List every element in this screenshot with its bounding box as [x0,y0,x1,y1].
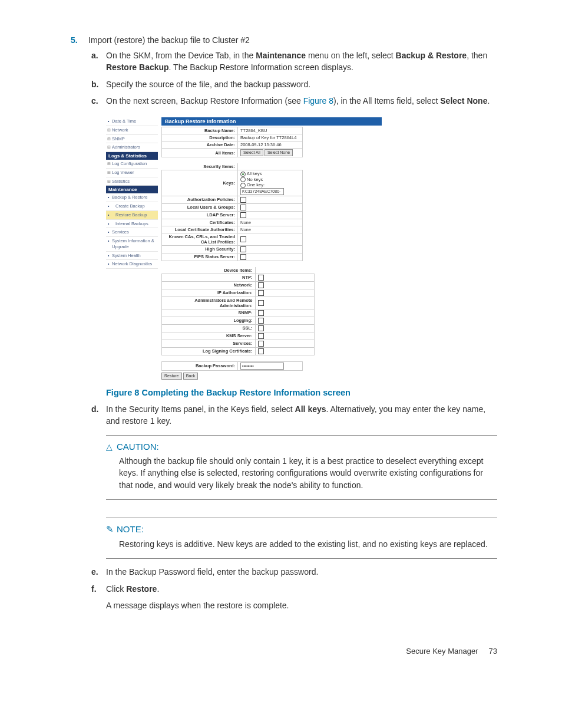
panel-title: Backup Restore Information [161,117,382,126]
restore-button[interactable]: Restore [161,373,182,380]
step-5e: e. In the Backup Password field, enter t… [106,566,497,578]
figure-8-caption: Figure 8 Completing the Backup Restore I… [106,388,497,397]
page-footer: Secure Key Manager 73 [65,647,497,655]
figure-8-link[interactable]: Figure 8 [303,96,333,106]
security-items-table: Security Items: Keys: All keys No keys O… [161,163,303,261]
caution-heading: △CAUTION: [106,442,497,452]
keys-all-radio[interactable] [240,172,246,177]
step-5: Import (restore) the backup file to Clus… [88,35,497,611]
step-5f: f. Click Restore. A message displays whe… [106,583,497,612]
note-heading: ✎NOTE: [106,524,497,535]
note-body: Restoring keys is additive. New keys are… [119,538,497,550]
step-5-text: Import (restore) the backup file to Clus… [88,35,250,45]
step-5c: c. On the next screen, Backup Restore In… [106,95,497,107]
keys-none-radio[interactable] [240,177,246,182]
backup-password-input[interactable]: •••••••• [240,363,284,370]
back-button[interactable]: Back [183,373,199,380]
caution-body: Although the backup file should only con… [119,455,497,491]
figure-8-screenshot: •Date & Time ⊞Network ⊞SNMP ⊞Administrat… [106,117,382,379]
nav-restore-backup[interactable]: •Restore Backup [106,211,158,220]
select-all-button[interactable]: Select All [240,149,263,156]
step-5b: b. Specify the source of the file, and t… [106,78,497,90]
device-items-table: Device Items: NTP: Network: IP Authoriza… [161,267,315,355]
step-5a: a. On the SKM, from the Device Tab, in t… [106,50,497,74]
one-key-input[interactable]: KC337248AEC7080- [240,188,284,195]
nav-sidebar: •Date & Time ⊞Network ⊞SNMP ⊞Administrat… [106,117,158,379]
step-5d: d. In the Security Items panel, in the K… [106,403,497,427]
top-info-table: Backup Name:TT2864_KBU Description:Backu… [161,127,303,157]
note-icon: ✎ [106,524,117,535]
select-none-button[interactable]: Select None [265,149,293,156]
caution-icon: △ [106,442,117,452]
keys-one-radio[interactable] [240,183,246,188]
